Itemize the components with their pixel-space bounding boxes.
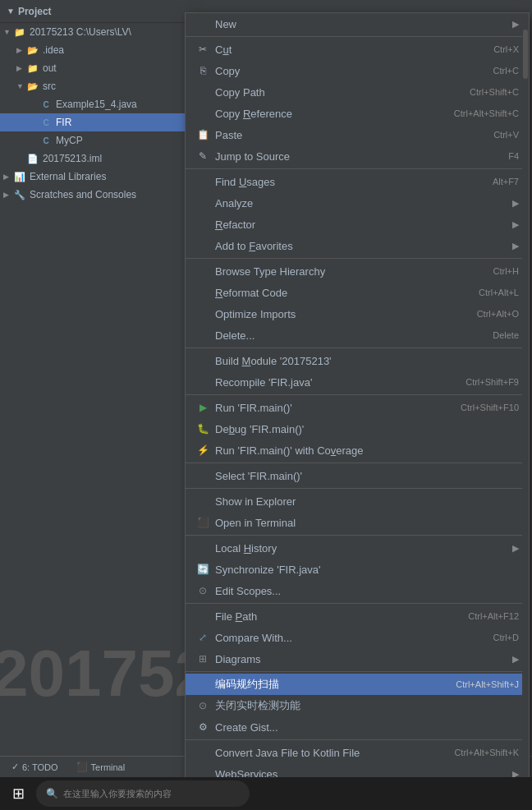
tree-item-idea[interactable]: ▶ 📂 .idea: [0, 41, 187, 59]
menu-item-convertkotlin[interactable]: Convert Java File to Kotlin File Ctrl+Al…: [186, 742, 529, 763]
tree-item-root[interactable]: ▼ 📁 20175213 C:\Users\LV\: [0, 23, 187, 41]
menu-item-browsehierarchy[interactable]: Browse Type Hierarchy Ctrl+H: [186, 260, 529, 282]
menu-label-selectmain: Select 'FIR.main()': [215, 470, 519, 482]
menu-label-run: Run 'FIR.main()': [215, 402, 444, 414]
tree-arrow: ▶: [16, 46, 26, 54]
menu-item-run[interactable]: ▶ Run 'FIR.main()' Ctrl+Shift+F10: [186, 397, 529, 418]
menu-label-creategist: Create Gist...: [215, 721, 519, 734]
tree-item-fir[interactable]: ▶ C FIR: [0, 113, 187, 131]
menu-item-reformat[interactable]: Reformat Code Ctrl+Alt+L: [186, 282, 529, 303]
menu-label-convertkotlin: Convert Java File to Kotlin File: [215, 747, 438, 759]
divider: [186, 739, 529, 740]
tree-item-mycp[interactable]: ▶ C MyCP: [0, 131, 187, 150]
submenu-arrow: ▶: [512, 654, 519, 665]
menu-item-findusages[interactable]: Find Usages Alt+F7: [186, 171, 529, 192]
menu-item-filepath[interactable]: File Path Ctrl+Alt+F12: [186, 605, 529, 627]
menu-item-comparewith[interactable]: ⤢ Compare With... Ctrl+D: [186, 627, 529, 648]
tree-item-src[interactable]: ▼ 📂 src: [0, 77, 187, 95]
menu-label-codescan: 编码规约扫描: [215, 677, 439, 692]
todo-label: 6: TODO: [22, 762, 58, 772]
menu-item-editscopes[interactable]: ⊙ Edit Scopes...: [186, 580, 529, 601]
menu-item-new[interactable]: New ▶: [186, 13, 529, 35]
shortcut-filepath: Ctrl+Alt+F12: [468, 611, 519, 621]
editscopes-icon: ⊙: [195, 585, 210, 596]
tree-item-label: src: [43, 81, 56, 92]
menu-label-openterminal: Open in Terminal: [215, 517, 519, 529]
menu-label-filepath: File Path: [215, 610, 452, 623]
menu-item-closedetect[interactable]: ⊙ 关闭实时检测功能: [186, 695, 529, 716]
menu-item-diagrams[interactable]: ⊞ Diagrams ▶: [186, 648, 529, 670]
shortcut-copy: Ctrl+C: [493, 66, 519, 76]
menu-item-localhistory[interactable]: Local History ▶: [186, 537, 529, 559]
menu-item-favorites[interactable]: Add to Favorites ▶: [186, 235, 529, 256]
menu-label-analyze: Analyze: [215, 197, 506, 209]
creategist-icon: ⚙: [195, 721, 210, 733]
divider: [186, 168, 529, 169]
submenu-arrow: ▶: [512, 241, 519, 251]
menu-item-refactor[interactable]: Refactor ▶: [186, 214, 529, 235]
divider: [186, 603, 529, 604]
menu-item-jumpsource[interactable]: ✎ Jump to Source F4: [186, 145, 529, 167]
tab-terminal[interactable]: ⬛ Terminal: [68, 757, 134, 777]
shortcut-browsehierarchy: Ctrl+H: [493, 266, 519, 276]
java-icon: C: [39, 98, 53, 111]
menu-item-openterminal[interactable]: ⬛ Open in Terminal: [186, 512, 529, 533]
tree-item-extlibs[interactable]: ▶ 📊 External Libraries: [0, 168, 187, 186]
tree-item-label: MyCP: [56, 135, 83, 146]
menu-item-cut[interactable]: ✂ Cut Ctrl+X: [186, 39, 529, 60]
shortcut-jumpsource: F4: [508, 151, 519, 161]
tree-item-iml[interactable]: ▶ 📄 20175213.iml: [0, 150, 187, 168]
menu-label-optimize: Optimize Imports: [215, 308, 461, 320]
submenu-arrow: ▶: [512, 543, 519, 554]
tab-todo[interactable]: ✓ 6: TODO: [3, 757, 66, 777]
shortcut-copypath: Ctrl+Shift+C: [470, 87, 519, 97]
menu-label-reformat: Reformat Code: [215, 287, 462, 299]
tree-item-out[interactable]: ▶ 📁 out: [0, 59, 187, 77]
menu-item-recompile[interactable]: Recompile 'FIR.java' Ctrl+Shift+F9: [186, 371, 529, 393]
terminal-label: Terminal: [91, 762, 126, 772]
menu-item-synchronize[interactable]: 🔄 Synchronize 'FIR.java': [186, 559, 529, 580]
menu-item-copypath[interactable]: Copy Path Ctrl+Shift+C: [186, 81, 529, 103]
menu-item-codescan[interactable]: 编码规约扫描 Ctrl+Alt+Shift+J: [186, 674, 529, 695]
menu-item-debug[interactable]: 🐛 Debug 'FIR.main()': [186, 418, 529, 440]
module-icon: 📁: [13, 25, 26, 39]
menu-item-copy[interactable]: ⎘ Copy Ctrl+C: [186, 60, 529, 81]
menu-item-selectmain[interactable]: Select 'FIR.main()': [186, 465, 529, 486]
menu-item-paste[interactable]: 📋 Paste Ctrl+V: [186, 124, 529, 145]
taskbar: ⊞ 🔍 在这里输入你要搜索的内容: [0, 777, 532, 810]
tree-item-scratches[interactable]: ▶ 🔧 Scratches and Consoles: [0, 186, 187, 204]
menu-label-copy: Copy: [215, 65, 477, 77]
menu-item-buildmodule[interactable]: Build Module '20175213': [186, 350, 529, 371]
java-icon: C: [39, 134, 53, 147]
menu-label-diagrams: Diagrams: [215, 653, 506, 665]
project-panel: ▼ Project ▼ 📁 20175213 C:\Users\LV\ ▶ 📂 …: [0, 0, 187, 810]
shortcut-reformat: Ctrl+Alt+L: [479, 288, 519, 297]
divider: [186, 535, 529, 536]
menu-item-optimize[interactable]: Optimize Imports Ctrl+Alt+O: [186, 303, 529, 324]
menu-item-analyze[interactable]: Analyze ▶: [186, 192, 529, 214]
menu-item-coverage[interactable]: ⚡ Run 'FIR.main()' with Coverage: [186, 440, 529, 461]
menu-item-copyref[interactable]: Copy Reference Ctrl+Alt+Shift+C: [186, 103, 529, 124]
menu-item-creategist[interactable]: ⚙ Create Gist...: [186, 716, 529, 738]
tree-arrow: ▶: [3, 191, 13, 199]
folder-icon: 📂: [26, 44, 39, 57]
taskbar-search[interactable]: 🔍 在这里输入你要搜索的内容: [36, 780, 250, 807]
terminal-icon: ⬛: [76, 762, 88, 772]
shortcut-comparewith: Ctrl+D: [493, 633, 519, 642]
tree-item-label: out: [43, 62, 57, 74]
tree-item-label: .idea: [43, 44, 64, 56]
tree-item-example[interactable]: ▶ C Example15_4.java: [0, 95, 187, 113]
tree-item-label: 20175213 C:\Users\LV\: [30, 26, 131, 38]
start-button[interactable]: ⊞: [3, 779, 33, 808]
project-header[interactable]: ▼ Project: [0, 0, 187, 23]
shortcut-cut: Ctrl+X: [493, 44, 519, 54]
shortcut-delete: Delete: [493, 330, 519, 340]
menu-item-delete[interactable]: Delete... Delete: [186, 324, 529, 346]
menu-item-showexplorer[interactable]: Show in Explorer: [186, 490, 529, 512]
scrollbar-thumb[interactable]: [523, 30, 528, 79]
shortcut-recompile: Ctrl+Shift+F9: [466, 377, 519, 387]
diagrams-icon: ⊞: [195, 653, 210, 665]
shortcut-convertkotlin: Ctrl+Alt+Shift+K: [454, 748, 519, 757]
submenu-arrow: ▶: [512, 19, 519, 30]
folder-yellow-icon: 📁: [26, 62, 39, 75]
